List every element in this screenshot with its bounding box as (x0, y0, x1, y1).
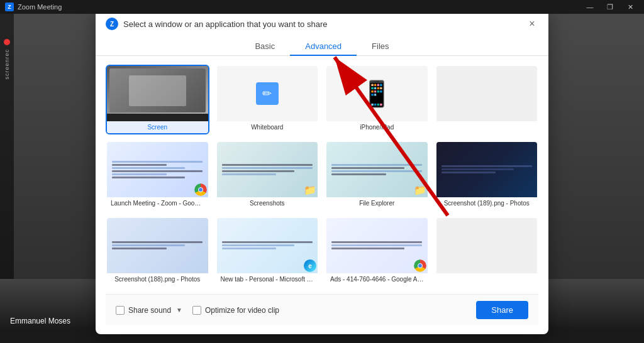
photos-dark-preview (441, 148, 532, 192)
chrome-center (198, 187, 203, 192)
grid-item-whiteboard[interactable]: ✏ Whiteboard (216, 65, 319, 134)
line6 (112, 177, 185, 178)
file-explorer-label: File Explorer (326, 197, 428, 209)
google-chrome-center (418, 263, 423, 268)
line4 (222, 173, 277, 175)
folder-icon-2: 📁 (414, 184, 426, 196)
photos-dark-label: Screenshot (189).png - Photos (436, 197, 538, 209)
d-line2 (441, 168, 514, 170)
screenshots-label: Screenshots (217, 197, 318, 209)
grid-item-screen[interactable]: Screen (106, 65, 209, 134)
pl-line2 (112, 244, 185, 246)
grid-item-file-explorer[interactable]: 📁 File Explorer (325, 141, 429, 210)
file-explorer-preview (331, 148, 422, 192)
edge-thumbnail: e (217, 218, 318, 273)
screen-lightbox (129, 75, 187, 106)
screenshots-preview (222, 148, 313, 192)
share-button[interactable]: Share (476, 301, 528, 319)
modal-title: Select a window or an application that y… (123, 19, 327, 29)
whiteboard-icon: ✏ (256, 82, 279, 105)
grid-item-ipad[interactable]: 📱 iPhone/iPad (325, 65, 429, 134)
photos-light-thumbnail (107, 218, 208, 273)
modal-close-button[interactable]: × (526, 18, 538, 30)
google-thumbnail (326, 218, 428, 273)
e-line1 (222, 241, 313, 243)
grid-item-screenshots[interactable]: 📁 Screenshots (216, 141, 319, 210)
tab-basic[interactable]: Basic (240, 38, 290, 56)
folder-icon: 📁 (304, 184, 316, 196)
optimize-checkbox[interactable] (192, 306, 201, 315)
g-line2 (331, 244, 422, 246)
screen-preview (107, 66, 208, 121)
edge-label: New tab - Personal - Microsoft E... (217, 273, 318, 285)
share-modal: Z Select a window or an application that… (96, 9, 548, 334)
app-icon: Z (5, 3, 14, 11)
window-controls: — ❐ ✕ (581, 0, 639, 14)
zoom-logo: Z (106, 18, 118, 30)
modal-tabs: Basic Advanced Files (96, 30, 548, 56)
share-sound-checkbox[interactable] (116, 306, 125, 315)
line2 (222, 167, 313, 169)
chrome-label: Launch Meeting - Zoom - Googl... (107, 197, 208, 209)
empty-label-1 (436, 121, 538, 126)
empty-thumbnail-1 (436, 66, 538, 121)
ipad-label: iPhone/iPad (326, 121, 428, 133)
edge-app-icon: e (304, 259, 316, 272)
chrome-thumbnail (107, 142, 208, 197)
pl-line3 (112, 248, 167, 249)
line3 (331, 170, 422, 172)
google-preview (331, 224, 422, 268)
modal-footer: Share sound ▼ Optimize for video clip Sh… (106, 294, 538, 325)
google-chrome-icon-shape (414, 259, 426, 272)
grid-item-empty1 (435, 65, 539, 134)
g-line1 (331, 241, 422, 243)
window-title: Zoom Meeting (18, 3, 62, 11)
empty-label-2 (436, 273, 538, 278)
chrome-preview (112, 148, 203, 192)
share-sound-dropdown[interactable]: ▼ (176, 307, 182, 313)
grid-item-google-ads[interactable]: Ads - 414-760-4646 - Google Ads ... (325, 217, 429, 286)
line2 (331, 167, 404, 169)
ipad-thumbnail: 📱 (326, 66, 428, 121)
title-bar: Z Zoom Meeting — ❐ ✕ (0, 0, 644, 14)
minimize-button[interactable]: — (581, 0, 599, 14)
pl-line1 (112, 241, 203, 243)
close-window-button[interactable]: ✕ (621, 0, 639, 14)
grid-item-photos-light[interactable]: Screenshot (188).png - Photos (106, 217, 209, 286)
line3 (222, 170, 295, 172)
file-explorer-thumbnail: 📁 (326, 142, 428, 197)
photos-light-label: Screenshot (188).png - Photos (107, 273, 208, 285)
maximize-button[interactable]: ❐ (601, 0, 619, 14)
line2 (112, 164, 167, 166)
share-sound-label: Share sound (128, 306, 171, 315)
chrome-app-icon (194, 183, 207, 196)
modal-content: Screen ✏ Whiteboard 📱 iPhone/iPad (96, 56, 548, 334)
photos-dark-thumbnail (436, 142, 538, 197)
line5 (112, 173, 167, 175)
empty-thumbnail-2 (436, 218, 538, 273)
google-chrome-icon (414, 259, 426, 272)
grid-item-edge[interactable]: e New tab - Personal - Microsoft E... (216, 217, 319, 286)
modal-overlay: Z Select a window or an application that… (0, 14, 644, 329)
d-line3 (441, 172, 496, 173)
whiteboard-label: Whiteboard (217, 121, 318, 133)
photos-light-preview (112, 224, 203, 268)
screen-thumbnail (107, 66, 208, 121)
chrome-icon-shape (194, 183, 207, 196)
tab-files[interactable]: Files (357, 38, 404, 56)
share-grid: Screen ✏ Whiteboard 📱 iPhone/iPad (106, 65, 538, 286)
d-line1 (441, 165, 532, 167)
tab-advanced[interactable]: Advanced (290, 38, 357, 56)
google-ads-label: Ads - 414-760-4646 - Google Ads ... (326, 273, 428, 285)
line4 (331, 173, 386, 175)
screenshots-thumbnail: 📁 (217, 142, 318, 197)
whiteboard-thumbnail: ✏ (217, 66, 318, 121)
line4 (112, 170, 203, 172)
share-sound-group: Share sound ▼ (116, 306, 182, 315)
line1 (222, 164, 313, 166)
grid-item-chrome[interactable]: Launch Meeting - Zoom - Googl... (106, 141, 209, 210)
e-line2 (222, 244, 295, 246)
grid-item-photos-dark[interactable]: Screenshot (189).png - Photos (435, 141, 539, 210)
line1 (331, 164, 422, 166)
optimize-group: Optimize for video clip (192, 306, 279, 315)
